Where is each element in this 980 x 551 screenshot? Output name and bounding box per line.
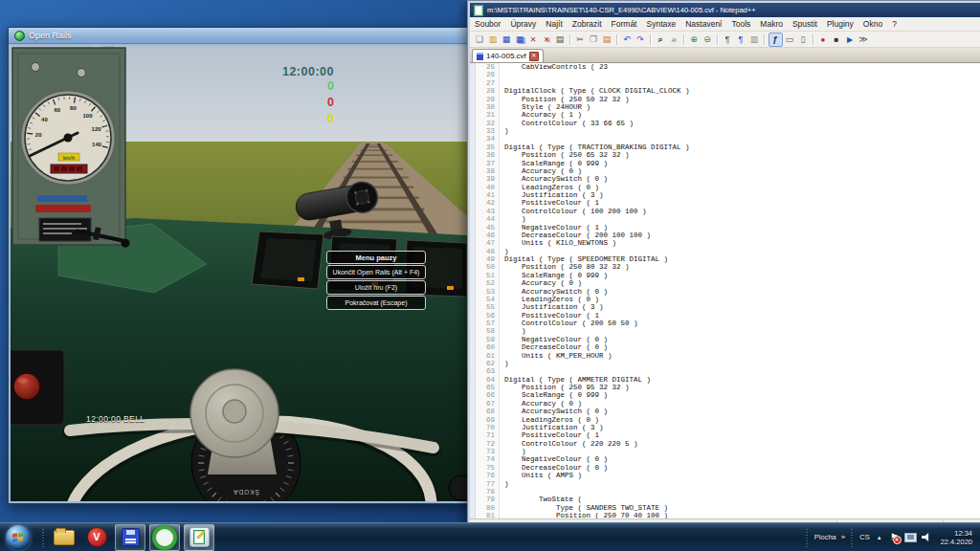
editor-line-43[interactable]: 43 ControlColour ( 100 200 100 ): [476, 208, 980, 215]
new-file-icon[interactable]: [474, 33, 486, 46]
editor-line-73[interactable]: 73 ): [476, 448, 980, 455]
editor-line-27[interactable]: 27: [476, 79, 980, 87]
save-all-icon[interactable]: [514, 33, 526, 46]
find-icon[interactable]: [655, 33, 667, 46]
network-icon[interactable]: [904, 531, 917, 544]
taskbar-button-vivaldi[interactable]: V: [82, 525, 111, 550]
editor-line-45[interactable]: 45 NegativeColour ( 1 ): [476, 224, 980, 231]
menu-nastaven[interactable]: Nastavení: [680, 19, 726, 29]
menu-zobrazit[interactable]: Zobrazit: [568, 19, 607, 29]
editor-line-55[interactable]: 55 Justification ( 3 ): [476, 303, 980, 311]
tab-close-icon[interactable]: ✕: [529, 52, 539, 61]
menu-spustit[interactable]: Spustit: [788, 19, 822, 29]
editor-line-79[interactable]: 79 TwoState (: [476, 496, 980, 503]
undo-icon[interactable]: [621, 33, 634, 46]
editor-line-40[interactable]: 40 LeadingZeros ( 0 ): [476, 184, 980, 191]
editor-line-68[interactable]: 68 AccuracySwitch ( 0 ): [476, 408, 980, 415]
editor-line-72[interactable]: 72 ControlColour ( 220 220 5 ): [476, 440, 980, 448]
menu-pravy[interactable]: Úpravy: [505, 19, 541, 29]
editor-line-29[interactable]: 29 Position ( 250 50 32 32 ): [476, 96, 980, 103]
word-wrap-icon[interactable]: [722, 33, 734, 46]
menu-syntaxe[interactable]: Syntaxe: [641, 19, 680, 29]
editor-line-80[interactable]: 80 Type ( SANDERS TWO_STATE ): [476, 504, 980, 512]
editor-line-57[interactable]: 57 ControlColour ( 200 50 50 ): [476, 320, 980, 327]
open-rails-titlebar[interactable]: Open Rails: [9, 28, 471, 44]
editor-line-70[interactable]: 70 Justification ( 3 ): [476, 424, 980, 431]
editor-line-75[interactable]: 75 DecreaseColour ( 0 ): [476, 464, 980, 472]
close-icon[interactable]: [527, 33, 540, 46]
editor-line-54[interactable]: 54 LeadingZeros ( 0 ): [476, 296, 980, 303]
pause-menu-item-1[interactable]: Uložit hru (F2): [326, 280, 426, 295]
menu-makro[interactable]: Makro: [755, 19, 788, 29]
tab-140-005-cvf[interactable]: 140-005.cvf ✕: [472, 49, 544, 62]
replace-icon[interactable]: [668, 33, 680, 46]
editor-line-66[interactable]: 66 ScaleRange ( 0 999 ): [476, 391, 980, 399]
editor-line-42[interactable]: 42 PositiveColour ( 1: [476, 199, 980, 207]
show-hidden-icons-button[interactable]: ▲: [873, 535, 886, 540]
editor-line-71[interactable]: 71 PositiveColour ( 1: [476, 431, 980, 439]
editor-line-26[interactable]: 26: [476, 71, 980, 78]
pause-menu-item-2[interactable]: Pokračovat (Escape): [326, 296, 426, 310]
editor-line-59[interactable]: 59 NegativeColour ( 0 ): [476, 336, 980, 343]
editor-line-47[interactable]: 47 Units ( KILO_NEWTONS ): [476, 239, 980, 247]
run-macro-multiple-icon[interactable]: [858, 33, 870, 46]
paste-icon[interactable]: [601, 33, 613, 46]
toolbar-chevron[interactable]: »: [839, 533, 847, 541]
stop-macro-icon[interactable]: [831, 33, 843, 46]
editor-line-74[interactable]: 74 NegativeColour ( 0 ): [476, 455, 980, 463]
language-indicator[interactable]: CS: [857, 533, 872, 541]
editor-line-64[interactable]: 64Digital ( Type ( AMMETER DIGITAL ): [476, 376, 980, 384]
editor-line-62[interactable]: 62): [476, 360, 980, 367]
cut-icon[interactable]: [574, 33, 587, 46]
zoom-out-icon[interactable]: [702, 33, 714, 46]
editor-line-65[interactable]: 65 Position ( 250 95 32 32 ): [476, 384, 980, 391]
indent-guide-icon[interactable]: [748, 33, 761, 46]
taskbar-button-floppy-save-app[interactable]: [115, 524, 145, 551]
menu-formt[interactable]: Formát: [607, 19, 642, 29]
desktop-toolbar-label[interactable]: Plocha: [812, 533, 839, 541]
taskbar-button-notepad-plus-plus[interactable]: [184, 524, 214, 551]
volume-icon[interactable]: [921, 531, 933, 544]
editor-line-37[interactable]: 37 ScaleRange ( 0 999 ): [476, 160, 980, 167]
doc-map-icon[interactable]: [797, 33, 810, 46]
menu-najt[interactable]: Najít: [541, 19, 567, 29]
editor-area[interactable]: 25 CabViewControls ( 23262728DigitalCloc…: [470, 62, 980, 518]
menu-soubor[interactable]: Soubor: [470, 19, 505, 29]
editor-line-30[interactable]: 30 Style ( 24HOUR ): [476, 103, 980, 111]
editor-line-52[interactable]: 52 Accuracy ( 0 ): [476, 279, 980, 287]
editor-line-32[interactable]: 32 ControlColour ( 33 66 65 ): [476, 120, 980, 127]
taskbar-button-windows-explorer[interactable]: [50, 525, 78, 550]
editor-line-35[interactable]: 35Digital ( Type ( TRACTION_BRAKING DIGI…: [476, 143, 980, 151]
taskbar-button-open-rails[interactable]: [149, 524, 180, 551]
editor-line-33[interactable]: 33): [476, 127, 980, 135]
pause-menu-item-0[interactable]: Ukončit Open Rails (Alt + F4): [326, 265, 426, 279]
editor-line-67[interactable]: 67 Accuracy ( 0 ): [476, 400, 980, 408]
editor-line-58[interactable]: 58 ): [476, 327, 980, 335]
menu-?[interactable]: ?: [887, 19, 902, 29]
function-list-icon[interactable]: [768, 33, 783, 47]
editor-line-31[interactable]: 31 Accuracy ( 1 ): [476, 111, 980, 119]
notepad-titlebar[interactable]: m:\MSTS\TRAINS\TRAINSET\140-CSR_E4990\CA…: [470, 3, 980, 17]
show-all-chars-icon[interactable]: [735, 33, 747, 46]
editor-line-53[interactable]: 53 AccuracySwitch ( 0 ): [476, 288, 980, 296]
editor-line-56[interactable]: 56 PositiveColour ( 1: [476, 312, 980, 320]
editor-line-51[interactable]: 51 ScaleRange ( 0 999 ): [476, 272, 980, 279]
editor-line-46[interactable]: 46 DecreaseColour ( 200 100 100 ): [476, 231, 980, 239]
editor-line-78[interactable]: 78: [476, 488, 980, 496]
editor-line-77[interactable]: 77): [476, 480, 980, 488]
editor-line-69[interactable]: 69 LeadingZeros ( 0 ): [476, 416, 980, 424]
doc-monitor-icon[interactable]: [784, 33, 796, 46]
editor-line-44[interactable]: 44 ): [476, 215, 980, 223]
copy-icon[interactable]: [588, 33, 600, 46]
zoom-in-icon[interactable]: [688, 33, 701, 46]
editor-line-76[interactable]: 76 Units ( AMPS ): [476, 472, 980, 479]
open-folder-icon[interactable]: [487, 33, 500, 46]
editor-line-28[interactable]: 28DigitalClock ( Type ( CLOCK DIGITAL_CL…: [476, 87, 980, 95]
editor-line-48[interactable]: 48): [476, 248, 980, 255]
print-icon[interactable]: [554, 33, 567, 46]
menu-okno[interactable]: Okno: [858, 19, 887, 29]
editor-line-34[interactable]: 34: [476, 135, 980, 143]
editor-line-81[interactable]: 81 Position ( 250 70 40 100 ): [476, 512, 980, 518]
editor-line-49[interactable]: 49Digital ( Type ( SPEEDOMETER DIGITAL ): [476, 255, 980, 263]
editor-line-41[interactable]: 41 Justification ( 3 ): [476, 191, 980, 199]
